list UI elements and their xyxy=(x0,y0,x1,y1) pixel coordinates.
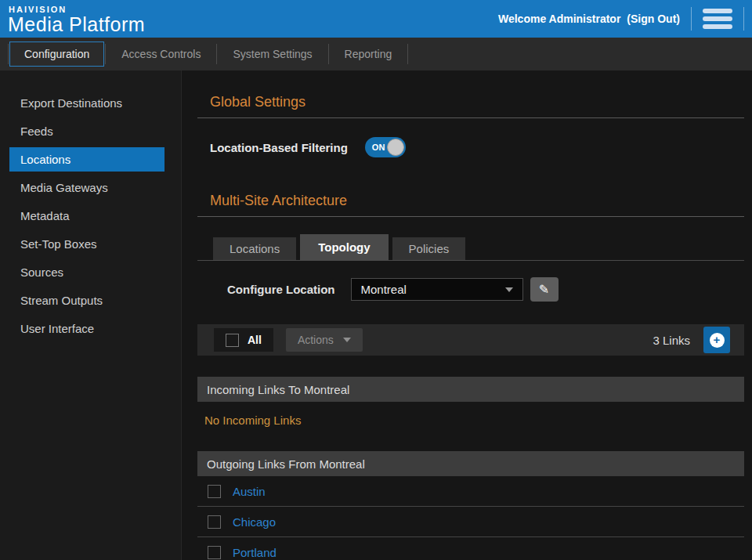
main-content: Global Settings Location-Based Filtering… xyxy=(182,70,752,560)
nav-tab-access-controls[interactable]: Access Controls xyxy=(107,42,215,67)
nav-divider xyxy=(328,44,329,64)
header-divider xyxy=(691,7,692,31)
location-select[interactable]: Montreal xyxy=(351,278,523,301)
config-sidebar: Export Destinations Feeds Locations Medi… xyxy=(0,70,182,560)
main-nav: Configuration Access Controls System Set… xyxy=(0,38,752,70)
multi-site-tabs: Locations Topology Policies xyxy=(197,234,744,261)
tab-policies[interactable]: Policies xyxy=(392,237,466,260)
add-link-button[interactable]: + xyxy=(703,327,730,353)
nav-divider xyxy=(105,44,106,64)
chevron-down-icon xyxy=(505,287,513,292)
sidebar-item-feeds[interactable]: Feeds xyxy=(9,119,164,143)
sign-out-link[interactable]: (Sign Out) xyxy=(627,13,680,25)
outgoing-link-row: Chicago xyxy=(197,507,744,537)
outgoing-link-row: Austin xyxy=(197,476,744,507)
sidebar-item-locations[interactable]: Locations xyxy=(9,147,164,172)
toggle-knob xyxy=(387,139,404,156)
chevron-down-icon xyxy=(343,338,351,342)
outgoing-link-row: Portland xyxy=(197,537,744,560)
actions-dropdown[interactable]: Actions xyxy=(286,328,363,352)
multi-site-title: Multi-Site Architecture xyxy=(210,193,744,209)
sidebar-item-export-destinations[interactable]: Export Destinations xyxy=(9,91,164,115)
select-all-button[interactable]: All xyxy=(214,328,273,352)
plus-icon: + xyxy=(710,333,725,348)
links-count: 3 Links xyxy=(653,334,690,347)
outgoing-links-header: Outgoing Links From Montreal xyxy=(197,451,744,476)
configure-location-label: Configure Location xyxy=(227,283,335,296)
nav-divider xyxy=(216,44,217,64)
sidebar-item-sources[interactable]: Sources xyxy=(9,260,164,284)
sidebar-item-metadata[interactable]: Metadata xyxy=(9,204,164,228)
select-all-label: All xyxy=(248,334,262,346)
brand-haivision: HAIVISION xyxy=(9,5,145,14)
outgoing-link-austin[interactable]: Austin xyxy=(233,485,266,498)
select-all-checkbox[interactable] xyxy=(226,334,239,347)
incoming-links-title: Incoming Links To Montreal xyxy=(207,383,349,396)
hamburger-menu-icon[interactable] xyxy=(703,9,732,29)
nav-tab-configuration[interactable]: Configuration xyxy=(9,42,104,67)
nav-tab-system-settings[interactable]: System Settings xyxy=(218,42,327,67)
edit-location-button[interactable]: ✎ xyxy=(530,277,559,302)
nav-divider xyxy=(8,44,9,64)
location-select-value: Montreal xyxy=(361,283,407,296)
sidebar-item-stream-outputs[interactable]: Stream Outputs xyxy=(9,288,164,313)
configure-location-row: Configure Location Montreal ✎ xyxy=(227,277,744,302)
pencil-icon: ✎ xyxy=(539,282,549,297)
row-checkbox[interactable] xyxy=(208,515,221,529)
brand-media-platform: Media Platform xyxy=(8,15,145,34)
global-settings-title: Global Settings xyxy=(210,94,744,110)
nav-divider xyxy=(407,44,408,64)
toggle-on-label: ON xyxy=(372,143,385,152)
actions-label: Actions xyxy=(298,334,334,346)
row-checkbox[interactable] xyxy=(208,546,221,559)
outgoing-links-title: Outgoing Links From Montreal xyxy=(207,457,365,471)
outgoing-link-portland[interactable]: Portland xyxy=(233,546,277,559)
app-header: HAIVISION Media Platform Welcome Adminis… xyxy=(0,0,752,38)
divider xyxy=(197,216,744,217)
header-divider xyxy=(743,7,744,31)
row-checkbox[interactable] xyxy=(208,485,221,498)
incoming-links-header: Incoming Links To Montreal xyxy=(197,377,744,402)
sidebar-item-media-gateways[interactable]: Media Gateways xyxy=(9,175,164,200)
sidebar-item-user-interface[interactable]: User Interface xyxy=(9,316,164,341)
location-filtering-label: Location-Based Filtering xyxy=(210,141,348,154)
nav-tab-reporting[interactable]: Reporting xyxy=(330,42,407,67)
no-incoming-links-text: No Incoming Links xyxy=(204,414,744,427)
location-filtering-row: Location-Based Filtering ON xyxy=(210,137,744,157)
divider xyxy=(197,117,744,118)
location-filtering-toggle[interactable]: ON xyxy=(365,137,406,157)
brand-logo: HAIVISION Media Platform xyxy=(8,4,145,34)
tab-locations[interactable]: Locations xyxy=(213,237,296,260)
tab-topology[interactable]: Topology xyxy=(300,234,388,260)
header-right: Welcome Administrator (Sign Out) xyxy=(498,7,744,31)
links-toolbar: All Actions 3 Links + xyxy=(197,324,744,356)
outgoing-link-chicago[interactable]: Chicago xyxy=(233,515,276,529)
welcome-text: Welcome Administrator xyxy=(498,13,620,25)
sidebar-item-set-top-boxes[interactable]: Set-Top Boxes xyxy=(9,232,164,256)
